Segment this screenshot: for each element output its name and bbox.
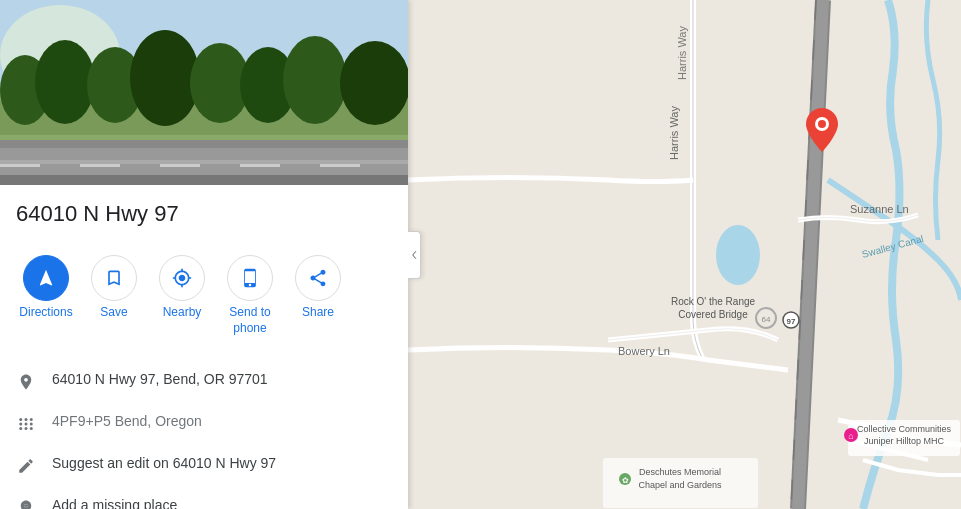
directions-icon [36, 268, 56, 288]
svg-point-34 [716, 225, 760, 285]
plus-code-item[interactable]: 4PF9+P5 Bend, Oregon [0, 402, 408, 444]
street-view-image[interactable] [0, 0, 408, 185]
svg-text:Suzanne Ln: Suzanne Ln [850, 203, 909, 215]
add-place-item[interactable]: Add a missing place [0, 486, 408, 509]
share-icon [308, 268, 328, 288]
location-icon [16, 372, 36, 392]
nearby-icon-circle [159, 255, 205, 301]
add-place-text: Add a missing place [52, 496, 177, 509]
svg-point-26 [25, 427, 28, 430]
edit-icon [16, 456, 36, 476]
svg-point-10 [283, 36, 347, 124]
svg-point-7 [130, 30, 200, 126]
svg-text:✿: ✿ [622, 476, 629, 485]
plus-code-text: 4PF9+P5 Bend, Oregon [52, 412, 202, 432]
svg-point-29 [30, 427, 33, 430]
svg-point-28 [30, 423, 33, 426]
svg-text:64: 64 [762, 315, 771, 324]
nearby-icon [172, 268, 192, 288]
details-list: 64010 N Hwy 97, Bend, OR 97701 4PF9+P5 B… [0, 352, 408, 509]
svg-rect-18 [240, 164, 280, 167]
save-label: Save [100, 305, 127, 321]
svg-point-5 [35, 40, 95, 124]
map-svg: 64 97 Harris Way The Dalles California H… [408, 0, 961, 509]
place-title: 64010 N Hwy 97 [16, 201, 392, 227]
svg-text:Bowery Ln: Bowery Ln [618, 345, 670, 357]
svg-rect-19 [320, 164, 360, 167]
directions-icon-circle [23, 255, 69, 301]
svg-point-27 [30, 418, 33, 421]
nearby-label: Nearby [163, 305, 202, 321]
bookmark-icon [104, 268, 124, 288]
svg-rect-20 [0, 175, 408, 185]
plus-code-icon [16, 414, 36, 434]
chevron-left-icon [409, 250, 419, 260]
svg-text:Harris Way: Harris Way [676, 26, 688, 80]
share-icon-circle [295, 255, 341, 301]
svg-text:97: 97 [787, 317, 796, 326]
directions-button[interactable]: Directions [16, 255, 76, 336]
svg-point-58 [818, 120, 826, 128]
send-phone-icon [240, 268, 260, 288]
address-text: 64010 N Hwy 97, Bend, OR 97701 [52, 370, 268, 390]
svg-rect-17 [160, 164, 200, 167]
share-button[interactable]: Share [288, 255, 348, 336]
share-label: Share [302, 305, 334, 321]
svg-point-11 [340, 41, 408, 125]
svg-point-25 [25, 423, 28, 426]
svg-point-22 [19, 423, 22, 426]
svg-text:Juniper Hilltop MHC: Juniper Hilltop MHC [864, 436, 945, 446]
suggest-edit-item[interactable]: Suggest an edit on 64010 N Hwy 97 [0, 444, 408, 486]
svg-text:⌂: ⌂ [848, 431, 853, 441]
suggest-edit-text: Suggest an edit on 64010 N Hwy 97 [52, 454, 276, 474]
action-buttons: Directions Save Nearby [0, 247, 408, 352]
svg-text:Collective Communities: Collective Communities [857, 424, 952, 434]
svg-rect-31 [22, 505, 30, 507]
svg-point-21 [19, 418, 22, 421]
info-section: 64010 N Hwy 97 [0, 185, 408, 247]
svg-rect-16 [80, 164, 120, 167]
svg-rect-14 [0, 160, 408, 164]
svg-point-24 [25, 418, 28, 421]
svg-point-23 [19, 427, 22, 430]
svg-text:Deschutes Memorial: Deschutes Memorial [639, 467, 721, 477]
send-to-phone-label: Send tophone [229, 305, 270, 336]
map-panel[interactable]: 64 97 Harris Way The Dalles California H… [408, 0, 961, 509]
left-panel: 64010 N Hwy 97 Directions Save [0, 0, 408, 509]
address-item[interactable]: 64010 N Hwy 97, Bend, OR 97701 [0, 360, 408, 402]
directions-label: Directions [19, 305, 72, 321]
send-to-phone-button[interactable]: Send tophone [220, 255, 280, 336]
collapse-panel-button[interactable] [408, 231, 421, 279]
svg-text:Chapel and Gardens: Chapel and Gardens [638, 480, 722, 490]
svg-text:Covered Bridge: Covered Bridge [678, 309, 748, 320]
svg-text:Harris Way: Harris Way [668, 106, 680, 160]
svg-text:Rock O' the Range: Rock O' the Range [671, 296, 756, 307]
nearby-button[interactable]: Nearby [152, 255, 212, 336]
save-icon-circle [91, 255, 137, 301]
save-button[interactable]: Save [84, 255, 144, 336]
svg-rect-15 [0, 164, 40, 167]
add-place-icon [16, 498, 36, 509]
send-phone-icon-circle [227, 255, 273, 301]
